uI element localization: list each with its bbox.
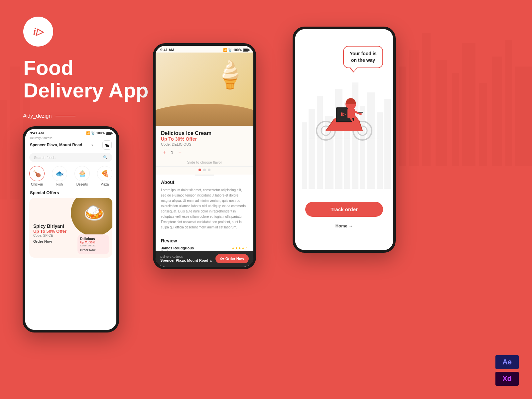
- chicken-icon: 🍗: [29, 166, 45, 181]
- phone1-delivery-label: Delivery Address: [25, 136, 116, 140]
- deserts-label: Deserts: [76, 183, 88, 186]
- brand-title-line1: Food: [23, 57, 149, 79]
- offer2-code: Code: DELIC: [80, 244, 106, 247]
- bag-icon: 🛍: [220, 257, 224, 261]
- about-title: About: [161, 180, 248, 185]
- phone2-about-section: About Lorem ipsum dolor sit amet, consec…: [156, 176, 253, 234]
- category-fish[interactable]: 🐟 Fish: [52, 166, 67, 186]
- svg-rect-7: [492, 57, 502, 166]
- search-placeholder: Search foods: [34, 156, 56, 160]
- phone1-status-icons: 📶 📡 100%: [86, 131, 112, 135]
- quantity-plus-btn[interactable]: +: [161, 149, 168, 156]
- wifi2-icon: 📶: [223, 48, 227, 52]
- adobe-ae-badge: Ae: [495, 355, 519, 369]
- svg-rect-11: [10, 66, 20, 200]
- pizza-icon: 🍕: [97, 166, 112, 181]
- logo-icon: i▷: [33, 26, 43, 37]
- phone2-detail: 9:41 AM 📶 📡 100% 🍦 Delicious Ice Cream U…: [153, 43, 256, 269]
- phone3-tracking: Your food is on the way i▷: [293, 27, 396, 253]
- phone1-status-bar: 9:41 AM 📶 📡 100%: [25, 129, 116, 136]
- phone2-product-offer: Up To 30% Offer: [161, 136, 248, 142]
- speech-bubble-text: Your food is on the way: [350, 51, 377, 63]
- about-text: Lorem ipsum dolor sit amet, consectetur …: [161, 188, 248, 230]
- fish-label: Fish: [57, 183, 63, 186]
- category-deserts[interactable]: 🧁 Deserts: [74, 166, 90, 186]
- phone1-time: 9:41 AM: [30, 131, 44, 135]
- phone2-flavor-label: Slide to choose flavor: [156, 158, 253, 167]
- flavor-dot-3[interactable]: [208, 169, 210, 171]
- signal2-icon: 📡: [228, 48, 232, 52]
- speech-bubble: Your food is on the way: [343, 46, 383, 68]
- wifi-icon: 📶: [86, 131, 90, 135]
- svg-text:i▷: i▷: [341, 111, 346, 117]
- phone2-product-image: 🍦: [156, 53, 253, 126]
- phone2-bottom-addr-label: Delivery Address: [160, 255, 212, 258]
- phone2-product-title: Delicious Ice Cream: [161, 130, 248, 136]
- brand-title-line2: Delivery App: [23, 79, 149, 102]
- flavor-dot-2[interactable]: [203, 169, 206, 171]
- fish-icon: 🐟: [52, 166, 67, 181]
- phone2-quantity-row: + 1 −: [161, 149, 248, 156]
- quantity-value: 1: [171, 150, 173, 155]
- phone2-time: 9:41 AM: [160, 48, 174, 52]
- offer2-percentage: Up To 30%: [80, 241, 106, 244]
- svg-rect-4: [452, 73, 459, 166]
- category-pizza[interactable]: 🍕 Pizza: [97, 166, 112, 186]
- offer2-title: Delicious: [80, 237, 106, 241]
- quantity-minus-btn[interactable]: −: [177, 149, 183, 156]
- ice-cream-icon: 🍦: [213, 59, 247, 90]
- svg-rect-3: [436, 60, 447, 166]
- home-link[interactable]: Home →: [295, 223, 393, 228]
- phone1-special-offers-title: Special Offers: [25, 189, 116, 198]
- cart-icon[interactable]: 🛍: [102, 140, 112, 150]
- svg-rect-6: [479, 83, 487, 166]
- offer2-order-btn[interactable]: Order Now: [80, 248, 106, 252]
- flavor-dot-1[interactable]: [199, 169, 201, 171]
- reviewer3-stars: ★★★★★: [231, 267, 248, 269]
- phone1-battery: 100%: [96, 131, 105, 135]
- battery2-icon: [243, 49, 249, 52]
- svg-rect-8: [505, 40, 512, 166]
- phone2-product-code: Code: DELICIOUS: [161, 142, 248, 146]
- svg-rect-13: [302, 122, 307, 189]
- delivery-scooter: i▷: [308, 82, 381, 144]
- phone1-search-bar[interactable]: Search foods 🔍: [29, 153, 112, 162]
- phone2-status-icons: 📶 📡 100%: [223, 48, 249, 52]
- phone2-status-bar: 9:41 AM 📶 📡 100%: [156, 46, 253, 53]
- phone1-address-row: Spencer Plaza, Mount Road ▾ 🛍: [25, 140, 116, 152]
- phone2-product-info: Delicious Ice Cream Up To 30% Offer Code…: [156, 126, 253, 158]
- battery-icon: [106, 132, 112, 135]
- svg-rect-10: [0, 100, 7, 200]
- category-chicken[interactable]: 🍗 Chicken: [29, 166, 45, 186]
- svg-rect-0: [399, 66, 406, 166]
- brand-title: Food Delivery App: [23, 57, 149, 102]
- phone1-categories: 🍗 Chicken 🐟 Fish 🧁 Deserts 🍕 Pizza: [25, 163, 116, 189]
- chevron-up-icon: ▲: [209, 259, 212, 262]
- scooter-svg: i▷: [308, 82, 381, 142]
- svg-rect-23: [384, 99, 391, 189]
- phone2-battery: 100%: [233, 48, 242, 52]
- track-order-btn[interactable]: Track order: [305, 202, 383, 217]
- chevron-down-icon: ▾: [91, 143, 93, 147]
- svg-rect-5: [462, 43, 475, 166]
- review-title: Review: [161, 238, 248, 243]
- svg-rect-9: [515, 66, 532, 166]
- phone2-bottom-addr-group: Delivery Address Spencer Plaza, Mount Ro…: [160, 255, 212, 262]
- reviewer1-stars: ★★★★☆: [231, 246, 248, 250]
- offer-card-1: 🍛 Spicy Biriyani Up To 50% Offer Code: S…: [29, 198, 112, 258]
- phone2-order-btn[interactable]: 🛍 Order Now: [215, 254, 249, 263]
- phone1-address: Spencer Plaza, Mount Road: [30, 143, 82, 147]
- brand-hashtag: #idy_dezign: [23, 113, 75, 119]
- adobe-xd-badge: Xd: [495, 372, 519, 386]
- phone1-home: 9:41 AM 📶 📡 100% Delivery Address Spence…: [23, 126, 119, 332]
- svg-rect-1: [409, 50, 419, 166]
- wooden-board: [156, 104, 253, 126]
- chicken-label: Chicken: [31, 183, 43, 186]
- phone2-flavor-dots: [156, 167, 253, 175]
- phone2-bottom-bar: Delivery Address Spencer Plaza, Mount Ro…: [156, 251, 253, 267]
- svg-rect-32: [347, 108, 355, 118]
- offer-card-2: Delicious Up To 30% Code: DELIC Order No…: [77, 234, 109, 254]
- app-logo: i▷: [23, 17, 53, 47]
- svg-rect-2: [422, 33, 431, 166]
- search-icon[interactable]: 🔍: [103, 155, 108, 160]
